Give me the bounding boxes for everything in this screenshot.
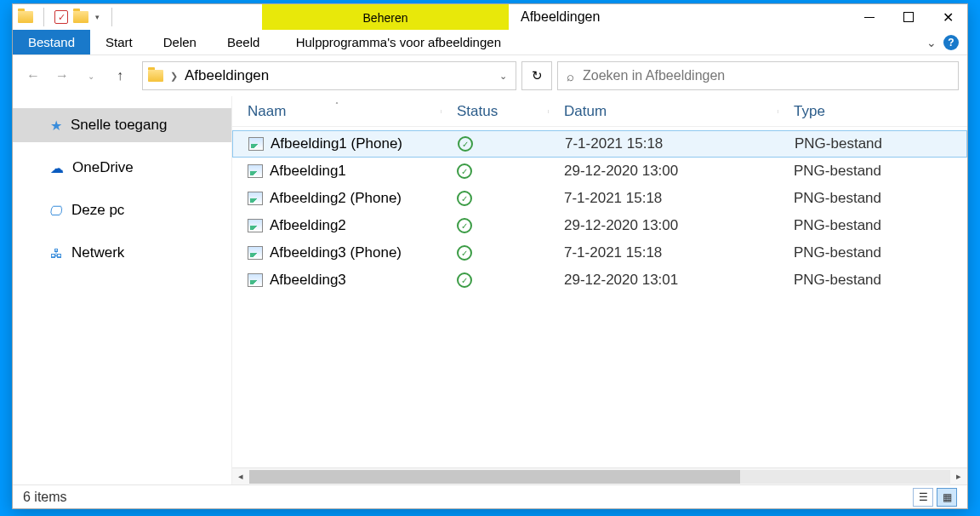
star-icon: ★ [50, 118, 62, 134]
network-icon: 🖧 [50, 246, 63, 261]
close-button[interactable]: ✕ [928, 4, 967, 30]
sidebar-label: Netwerk [71, 244, 124, 261]
file-row[interactable]: Afbeelding1✓29-12-2020 13:00PNG-bestand [232, 158, 967, 185]
ribbon-tab-file[interactable]: Bestand [13, 30, 90, 54]
search-icon: ⌕ [567, 69, 574, 83]
address-bar[interactable]: ❯ Afbeeldingen ⌄ [142, 61, 516, 90]
sync-ok-icon: ✓ [457, 163, 472, 179]
image-file-icon [248, 273, 263, 287]
image-file-icon [248, 137, 264, 151]
file-name: Afbeelding2 [270, 217, 346, 234]
file-row[interactable]: Afbeelding3✓29-12-2020 13:01PNG-bestand [232, 267, 967, 294]
file-date: 29-12-2020 13:00 [549, 163, 778, 180]
address-text[interactable]: Afbeeldingen [185, 67, 493, 84]
scroll-left-icon[interactable]: ◂ [232, 471, 249, 482]
file-date: 29-12-2020 13:01 [549, 272, 778, 289]
contextual-tab-title: Beheren [363, 8, 408, 26]
sidebar-item-this-pc[interactable]: 🖵 Deze pc [13, 193, 231, 227]
file-name: Afbeelding2 (Phone) [270, 190, 402, 207]
sync-ok-icon: ✓ [457, 191, 472, 206]
sort-indicator: ˄ [335, 101, 339, 109]
nav-row: ← → ⌄ ↑ ❯ Afbeeldingen ⌄ ↻ ⌕ [13, 55, 967, 96]
ribbon-tab-delen[interactable]: Delen [148, 30, 212, 54]
window-title: Afbeeldingen [509, 4, 850, 30]
maximize-button[interactable] [889, 4, 928, 30]
image-file-icon [248, 164, 263, 178]
file-name: Afbeelding3 [270, 272, 346, 289]
file-date: 29-12-2020 13:00 [549, 217, 778, 234]
sync-ok-icon: ✓ [457, 272, 472, 288]
horizontal-scrollbar[interactable]: ◂ ▸ [232, 467, 967, 484]
file-row[interactable]: Afbeelding2✓29-12-2020 13:00PNG-bestand [232, 212, 967, 239]
column-header-type[interactable]: Type [778, 103, 967, 120]
file-type: PNG-bestand [778, 217, 967, 234]
recent-button[interactable]: ⌄ [79, 64, 103, 88]
file-type: PNG-bestand [778, 272, 967, 289]
forward-button[interactable]: → [50, 64, 74, 88]
file-type: PNG-bestand [779, 135, 966, 152]
qat-dropdown-icon[interactable]: ▾ [94, 13, 101, 21]
ribbon-tab-beeld[interactable]: Beeld [212, 30, 275, 54]
file-row[interactable]: Afbeelding2 (Phone)✓7-1-2021 15:18PNG-be… [232, 185, 967, 212]
minimize-button[interactable] [850, 4, 889, 30]
view-switcher: ☰ ▦ [913, 488, 957, 507]
sync-ok-icon: ✓ [458, 136, 473, 152]
folder-icon [18, 11, 33, 23]
item-count: 6 items [23, 490, 67, 505]
chevron-right-icon: ❯ [170, 71, 178, 82]
search-input[interactable] [583, 68, 949, 83]
quick-access-toolbar: ✓ ▾ [13, 4, 117, 30]
image-file-icon [248, 246, 263, 260]
search-box[interactable]: ⌕ [557, 61, 959, 90]
titlebar: ✓ ▾ Beheren Afbeeldingen ✕ [13, 4, 967, 30]
sync-ok-icon: ✓ [457, 218, 472, 233]
up-button[interactable]: ↑ [108, 64, 132, 88]
column-header-name[interactable]: ˄Naam [232, 103, 442, 120]
ribbon-tab-start[interactable]: Start [90, 30, 148, 54]
ribbon-tab-hulpprogrammas[interactable]: Hulpprogramma's voor afbeeldingen [275, 30, 521, 54]
sidebar-item-onedrive[interactable]: ☁ OneDrive [13, 151, 231, 185]
sidebar-label: Snelle toegang [71, 117, 167, 134]
back-button[interactable]: ← [21, 64, 45, 88]
ribbon-right: ⌄ ? [926, 30, 967, 54]
file-type: PNG-bestand [778, 190, 967, 207]
file-row[interactable]: Afbeelding1 (Phone)✓7-1-2021 15:18PNG-be… [232, 130, 967, 158]
ribbon: Bestand Start Delen Beeld Hulpprogramma'… [13, 30, 967, 55]
scroll-thumb[interactable] [249, 470, 740, 484]
file-type: PNG-bestand [778, 163, 967, 180]
file-name: Afbeelding1 [270, 163, 346, 180]
contextual-tab-header: Beheren [262, 4, 509, 30]
file-name: Afbeelding1 (Phone) [271, 135, 402, 152]
new-folder-icon[interactable] [73, 11, 88, 23]
file-row[interactable]: Afbeelding3 (Phone)✓7-1-2021 15:18PNG-be… [232, 239, 967, 267]
ribbon-expand-icon[interactable]: ⌄ [926, 36, 937, 49]
column-header-status[interactable]: Status [442, 103, 549, 120]
large-icons-view-button[interactable]: ▦ [937, 488, 957, 507]
column-headers: ˄Naam Status Datum Type [232, 96, 967, 127]
scroll-track[interactable] [249, 470, 950, 484]
image-file-icon [248, 192, 263, 205]
window-controls: ✕ [850, 4, 967, 30]
pc-icon: 🖵 [49, 204, 64, 218]
file-rows: Afbeelding1 (Phone)✓7-1-2021 15:18PNG-be… [232, 127, 967, 467]
details-view-button[interactable]: ☰ [913, 488, 933, 507]
file-date: 7-1-2021 15:18 [549, 244, 778, 261]
file-name: Afbeelding3 (Phone) [270, 244, 402, 261]
file-list-pane: ˄Naam Status Datum Type Afbeelding1 (Pho… [232, 96, 967, 484]
help-icon[interactable]: ? [943, 35, 959, 50]
column-header-date[interactable]: Datum [549, 103, 778, 120]
cloud-icon: ☁ [50, 160, 64, 176]
separator [111, 8, 112, 26]
separator [43, 8, 44, 26]
scroll-right-icon[interactable]: ▸ [950, 471, 967, 482]
explorer-window: ✓ ▾ Beheren Afbeeldingen ✕ Bestand Start… [12, 3, 968, 509]
sidebar-item-quick-access[interactable]: ★ Snelle toegang [13, 108, 231, 142]
sidebar-item-network[interactable]: 🖧 Netwerk [13, 236, 231, 270]
sync-ok-icon: ✓ [457, 245, 472, 261]
file-date: 7-1-2021 15:18 [549, 190, 778, 207]
address-dropdown-icon[interactable]: ⌄ [499, 71, 510, 82]
properties-icon[interactable]: ✓ [54, 10, 68, 24]
status-bar: 6 items ☰ ▦ [13, 484, 967, 508]
refresh-button[interactable]: ↻ [521, 61, 552, 90]
sidebar-label: OneDrive [72, 159, 134, 176]
